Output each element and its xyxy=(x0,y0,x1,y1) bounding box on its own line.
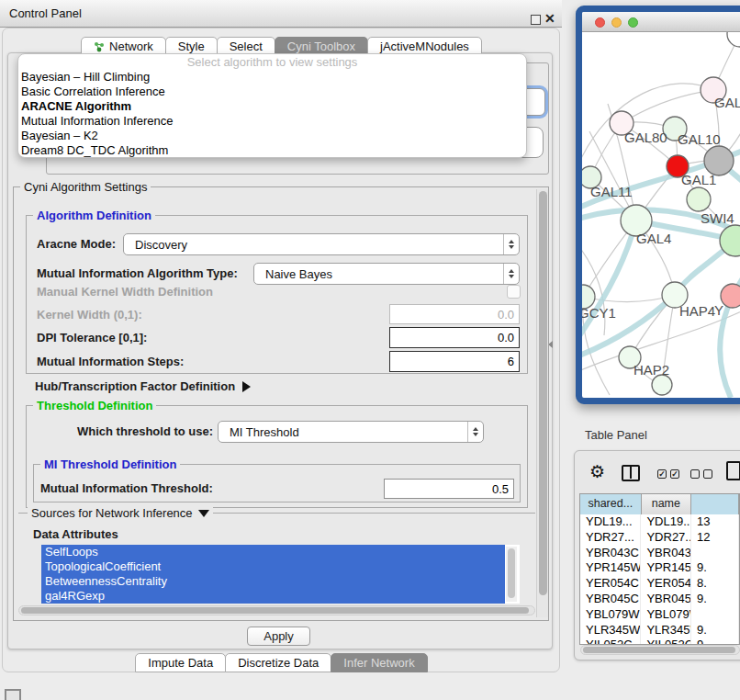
data-attribute-item[interactable]: SelfLoops xyxy=(41,545,505,559)
table-cell[interactable]: 9. xyxy=(691,560,739,576)
mi-type-select[interactable]: Naive Bayes xyxy=(253,263,520,285)
algorithm-item[interactable]: Bayesian – K2 xyxy=(18,129,526,143)
manual-kernel-checkbox[interactable] xyxy=(507,285,521,299)
document-icon[interactable] xyxy=(726,461,740,480)
zoom-window-icon[interactable] xyxy=(628,17,638,28)
sources-expander[interactable]: Sources for Network Inference xyxy=(28,506,213,520)
hub-definition-expander[interactable]: Hub/Transcription Factor Definition xyxy=(35,377,251,397)
table-cell[interactable]: YPR145W xyxy=(641,560,691,576)
kernel-width-field[interactable]: 0.0 xyxy=(389,304,520,324)
minimize-window-icon[interactable] xyxy=(611,17,622,28)
table-cell[interactable] xyxy=(691,546,739,561)
table-row[interactable]: YPR145WYPR145W9. xyxy=(580,560,739,576)
data-attributes-list: SelfLoopsTopologicalCoefficientBetweenne… xyxy=(41,545,520,604)
table-cell[interactable]: YBL079W xyxy=(641,607,691,623)
data-attribute-item[interactable]: BetweennessCentrality xyxy=(41,574,505,589)
table-cell[interactable]: YDR27... xyxy=(580,530,641,546)
data-attribute-item[interactable]: TopologicalCoefficient xyxy=(41,559,505,574)
data-attribute-item[interactable]: gal4RGexp xyxy=(41,589,505,604)
table-row[interactable]: YIL052CYIL052C9 xyxy=(580,638,739,645)
table-row[interactable]: YBR045CYBR045C9. xyxy=(580,592,739,607)
columns-icon[interactable] xyxy=(622,465,640,481)
table-column-header[interactable]: name xyxy=(642,494,692,514)
network-canvas[interactable]: GALGAL80GAL10GAL1GAL11SWI4GAL4GCY1HAP4YH… xyxy=(582,32,740,398)
table-cell[interactable]: YBL079W xyxy=(580,607,641,623)
table-row[interactable]: YBR043CYBR043C xyxy=(580,546,739,561)
network-node[interactable] xyxy=(652,375,672,395)
settings-hscrollbar[interactable] xyxy=(18,605,535,615)
settings-scrollbar[interactable] xyxy=(536,189,548,617)
algorithm-item[interactable]: Dream8 DC_TDC Algorithm xyxy=(18,143,526,158)
table-column-header[interactable]: shared... xyxy=(580,494,642,514)
stepper-icon xyxy=(503,234,519,254)
table-column-header[interactable] xyxy=(691,494,739,514)
bottom-tab-discretize-data[interactable]: Discretize Data xyxy=(225,653,331,672)
table-cell[interactable]: YIL052C xyxy=(580,638,641,645)
algorithm-definition-title: Algorithm Definition xyxy=(33,209,155,222)
table-row[interactable]: YDR27...YDR27...12 xyxy=(580,530,739,546)
table-cell[interactable]: YLR345W xyxy=(580,623,641,638)
table-hscrollbar[interactable] xyxy=(580,645,740,655)
mi-steps-field[interactable]: 6 xyxy=(389,351,520,372)
table-cell[interactable]: 13 xyxy=(691,514,739,530)
table-cell[interactable]: 9. xyxy=(691,623,739,638)
node-label: HAP2 xyxy=(633,362,669,378)
network-node[interactable] xyxy=(727,32,740,47)
algorithm-item[interactable]: ARACNE Algorithm xyxy=(18,99,526,114)
table-cell[interactable]: YBR045C xyxy=(641,592,691,607)
deselect-all-icon[interactable] xyxy=(690,469,712,479)
table-row[interactable]: YLR345WYLR345W9. xyxy=(580,623,739,638)
table-hscrollbar-thumb[interactable] xyxy=(583,647,735,653)
float-panel-icon[interactable] xyxy=(531,15,541,25)
table-cell[interactable] xyxy=(691,607,739,623)
algorithm-item[interactable]: Mutual Information Inference xyxy=(18,114,526,129)
table-row[interactable]: YER054CYER054C8. xyxy=(580,576,739,592)
node-label: HAP4 xyxy=(679,303,715,319)
select-all-icon[interactable]: ✓ ✓ xyxy=(657,469,679,479)
table-cell[interactable]: YLR345W xyxy=(641,623,691,638)
mi-threshold-field[interactable]: 0.5 xyxy=(384,479,514,499)
table-row[interactable]: YDL19...YDL19...13 xyxy=(580,514,739,530)
table-cell[interactable]: YBR045C xyxy=(580,592,641,607)
table-cell[interactable]: YDR27... xyxy=(641,530,691,546)
table-cell[interactable]: YBR043C xyxy=(580,546,641,561)
table-cell[interactable]: YER054C xyxy=(641,576,691,592)
settings-hscrollbar-thumb[interactable] xyxy=(21,607,529,614)
network-node[interactable] xyxy=(687,187,711,211)
table-cell[interactable]: YPR145W xyxy=(580,560,641,576)
table-cell[interactable]: YER054C xyxy=(580,576,641,592)
threshold-definition-title: Threshold Definition xyxy=(33,399,156,412)
algorithm-item[interactable]: Basic Correlation Inference xyxy=(18,85,526,99)
network-view-window[interactable]: GALGAL80GAL10GAL1GAL11SWI4GAL4GCY1HAP4YH… xyxy=(576,6,740,404)
table-cell[interactable]: YBR043C xyxy=(641,546,691,561)
table-cell[interactable]: YDL19... xyxy=(641,514,691,530)
table-cell[interactable]: YIL052C xyxy=(641,638,691,645)
close-icon[interactable]: ✕ xyxy=(544,11,555,26)
table-cell[interactable]: 9. xyxy=(691,592,739,607)
attributes-scrollbar[interactable] xyxy=(506,547,517,602)
table-cell[interactable]: 8. xyxy=(691,576,739,592)
gear-icon[interactable]: ⚙ xyxy=(589,462,605,482)
node-label: GAL xyxy=(714,95,740,110)
table-cell[interactable]: 9 xyxy=(691,638,739,645)
algorithm-item[interactable]: Bayesian – Hill Climbing xyxy=(18,70,526,85)
expand-right-icon xyxy=(242,381,251,392)
network-window-titlebar[interactable] xyxy=(582,12,740,32)
aracne-mode-select[interactable]: Discovery xyxy=(123,233,520,255)
table-cell[interactable]: YDL19... xyxy=(580,514,641,530)
control-panel-titlebar: Control Panel ✕ xyxy=(0,0,562,28)
bottom-tab-infer-network[interactable]: Infer Network xyxy=(331,653,427,672)
expand-down-icon xyxy=(198,510,209,517)
bottom-tab-impute-data[interactable]: Impute Data xyxy=(135,653,226,672)
settings-scrollbar-thumb[interactable] xyxy=(539,191,547,595)
dpi-tolerance-field[interactable]: 0.0 xyxy=(389,327,520,348)
table-row[interactable]: YBL079WYBL079W xyxy=(580,607,739,623)
network-node[interactable] xyxy=(721,284,740,308)
dock-panel-icon[interactable] xyxy=(5,689,21,700)
close-window-icon[interactable] xyxy=(595,17,605,28)
table-cell[interactable]: 12 xyxy=(691,530,739,546)
attributes-scrollbar-thumb[interactable] xyxy=(508,548,515,598)
which-threshold-select[interactable]: MI Threshold xyxy=(218,421,484,443)
apply-button[interactable]: Apply xyxy=(247,627,310,646)
table-body: YDL19...YDL19...13YDR27...YDR27...12YBR0… xyxy=(580,514,739,645)
